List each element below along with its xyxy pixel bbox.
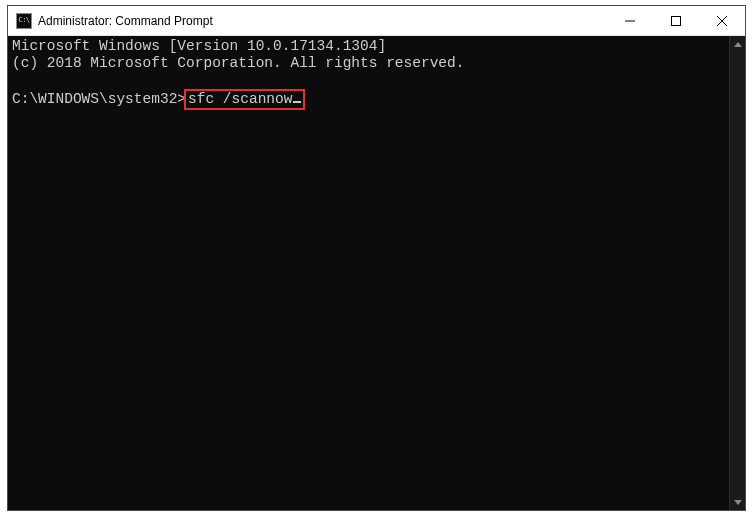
blank-line — [12, 72, 725, 89]
command-highlight: sfc /scannow — [184, 89, 305, 110]
command-prompt-window: C:\ Administrator: Command Prompt Micros… — [7, 5, 746, 511]
window-title: Administrator: Command Prompt — [38, 14, 607, 28]
maximize-button[interactable] — [653, 6, 699, 35]
console-output[interactable]: Microsoft Windows [Version 10.0.17134.13… — [8, 36, 729, 510]
console-area: Microsoft Windows [Version 10.0.17134.13… — [8, 36, 745, 510]
close-button[interactable] — [699, 6, 745, 35]
vertical-scrollbar[interactable] — [729, 36, 745, 510]
close-icon — [717, 16, 727, 26]
cmd-icon-glyph: C:\ — [18, 17, 29, 24]
prompt-text: C:\WINDOWS\system32> — [12, 91, 186, 107]
typed-command: sfc /scannow — [188, 91, 292, 107]
scroll-down-button[interactable] — [730, 494, 745, 510]
copyright-line: (c) 2018 Microsoft Corporation. All righ… — [12, 55, 464, 71]
scroll-up-button[interactable] — [730, 36, 745, 52]
svg-rect-1 — [672, 16, 681, 25]
cmd-icon: C:\ — [16, 13, 32, 29]
version-line: Microsoft Windows [Version 10.0.17134.13… — [12, 38, 386, 54]
minimize-icon — [625, 16, 635, 26]
maximize-icon — [671, 16, 681, 26]
minimize-button[interactable] — [607, 6, 653, 35]
titlebar[interactable]: C:\ Administrator: Command Prompt — [8, 6, 745, 36]
window-controls — [607, 6, 745, 35]
chevron-up-icon — [734, 42, 742, 47]
text-cursor — [293, 101, 301, 103]
chevron-down-icon — [734, 500, 742, 505]
